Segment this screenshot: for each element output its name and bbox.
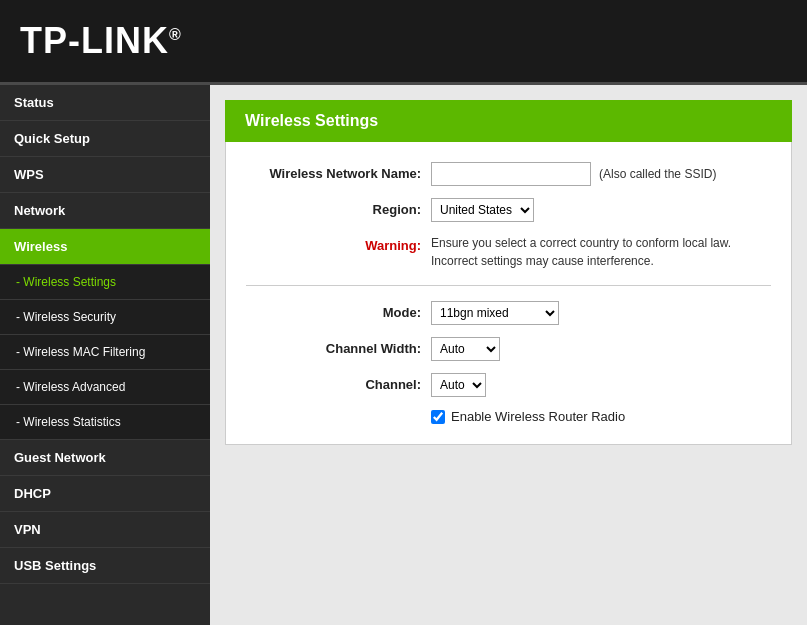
sidebar-item-quick-setup[interactable]: Quick Setup: [0, 121, 210, 157]
sidebar-item-guest-network[interactable]: Guest Network: [0, 440, 210, 476]
network-name-input[interactable]: [431, 162, 591, 186]
main-layout: StatusQuick SetupWPSNetworkWireless- Wir…: [0, 85, 807, 625]
ssid-note: (Also called the SSID): [599, 167, 716, 181]
sidebar-item-dhcp[interactable]: DHCP: [0, 476, 210, 512]
network-name-label: Wireless Network Name:: [246, 162, 431, 181]
region-select[interactable]: United States Canada Europe Australia Ch…: [431, 198, 534, 222]
sidebar-item-wireless-security[interactable]: - Wireless Security: [0, 300, 210, 335]
channel-width-row: Channel Width: Auto 20MHz 40MHz: [246, 337, 771, 361]
warning-label-cell: Warning:: [246, 234, 431, 253]
channel-width-label: Channel Width:: [246, 337, 431, 356]
settings-form: Wireless Network Name: (Also called the …: [225, 142, 792, 445]
network-name-row: Wireless Network Name: (Also called the …: [246, 162, 771, 186]
enable-radio-label: Enable Wireless Router Radio: [451, 409, 625, 424]
logo-text: TP-LINK: [20, 20, 169, 61]
sidebar-item-usb-settings[interactable]: USB Settings: [0, 548, 210, 584]
mode-row: Mode: 11bgn mixed 11bg mixed 11b only 11…: [246, 301, 771, 325]
warning-text: Ensure you select a correct country to c…: [431, 234, 771, 270]
sidebar-item-wireless-mac[interactable]: - Wireless MAC Filtering: [0, 335, 210, 370]
enable-radio-checkbox[interactable]: [431, 410, 445, 424]
header: TP-LINK®: [0, 0, 807, 85]
sidebar-item-wireless-advanced[interactable]: - Wireless Advanced: [0, 370, 210, 405]
sidebar-item-wireless-settings[interactable]: - Wireless Settings: [0, 265, 210, 300]
sidebar-item-wireless[interactable]: Wireless: [0, 229, 210, 265]
logo-reg: ®: [169, 26, 182, 43]
sidebar-item-vpn[interactable]: VPN: [0, 512, 210, 548]
page-title: Wireless Settings: [245, 112, 772, 130]
content-area: Wireless Settings Wireless Network Name:…: [210, 85, 807, 625]
channel-select[interactable]: Auto 1234 5678 91011: [431, 373, 486, 397]
region-label: Region:: [246, 198, 431, 217]
channel-label: Channel:: [246, 373, 431, 392]
mode-control: 11bgn mixed 11bg mixed 11b only 11g only…: [431, 301, 771, 325]
divider: [246, 285, 771, 286]
sidebar-item-wireless-statistics[interactable]: - Wireless Statistics: [0, 405, 210, 440]
mode-label: Mode:: [246, 301, 431, 320]
page-title-bar: Wireless Settings: [225, 100, 792, 142]
logo: TP-LINK®: [20, 20, 182, 62]
warning-control: Ensure you select a correct country to c…: [431, 234, 771, 270]
sidebar-item-status[interactable]: Status: [0, 85, 210, 121]
sidebar-item-wps[interactable]: WPS: [0, 157, 210, 193]
warning-label-text: Warning:: [365, 238, 421, 253]
sidebar-item-network[interactable]: Network: [0, 193, 210, 229]
channel-row: Channel: Auto 1234 5678 91011: [246, 373, 771, 397]
region-row: Region: United States Canada Europe Aust…: [246, 198, 771, 222]
region-control: United States Canada Europe Australia Ch…: [431, 198, 771, 222]
mode-select[interactable]: 11bgn mixed 11bg mixed 11b only 11g only…: [431, 301, 559, 325]
channel-width-control: Auto 20MHz 40MHz: [431, 337, 771, 361]
warning-row: Warning: Ensure you select a correct cou…: [246, 234, 771, 270]
sidebar: StatusQuick SetupWPSNetworkWireless- Wir…: [0, 85, 210, 625]
channel-width-select[interactable]: Auto 20MHz 40MHz: [431, 337, 500, 361]
channel-control: Auto 1234 5678 91011: [431, 373, 771, 397]
enable-radio-row: Enable Wireless Router Radio: [246, 409, 771, 424]
network-name-control: (Also called the SSID): [431, 162, 771, 186]
